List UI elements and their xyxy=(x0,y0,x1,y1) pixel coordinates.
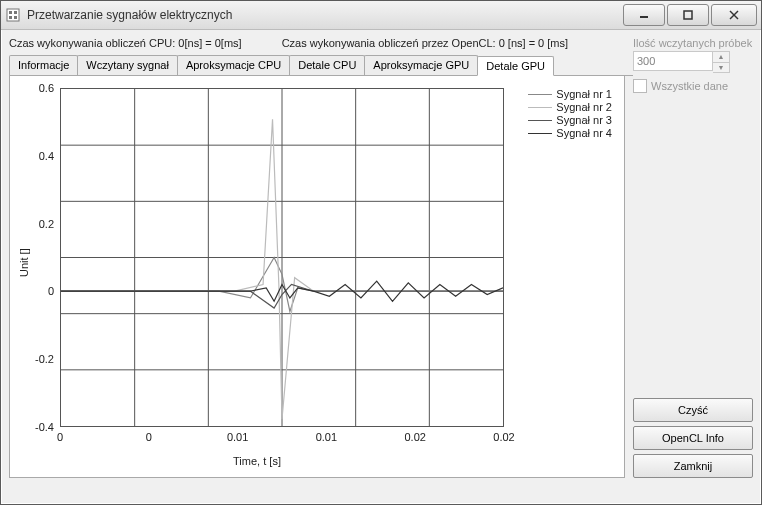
svg-rect-2 xyxy=(14,11,17,14)
maximize-button[interactable] xyxy=(667,4,709,26)
legend-item: Sygnał nr 2 xyxy=(528,101,612,113)
tab-informacje[interactable]: Informacje xyxy=(9,55,78,75)
svg-rect-0 xyxy=(7,9,19,21)
tab-strip: Informacje Wczytany sygnał Aproksymacje … xyxy=(9,55,633,76)
tab-wczytany-sygnal[interactable]: Wczytany sygnał xyxy=(77,55,178,75)
legend-item: Sygnał nr 3 xyxy=(528,114,612,126)
chart-panel: Unit [] -0.4-0.200.20.40.6 000.010.010.0… xyxy=(9,76,625,478)
legend-item: Sygnał nr 4 xyxy=(528,127,612,139)
y-tick: 0.4 xyxy=(39,150,54,162)
plot-area xyxy=(60,88,504,427)
samples-spinner[interactable]: ▲ ▼ xyxy=(713,51,730,73)
tab-aproksymacje-gpu[interactable]: Aproksymacje GPU xyxy=(364,55,478,75)
close-window-button[interactable] xyxy=(711,4,757,26)
y-tick: 0.2 xyxy=(39,218,54,230)
x-tick: 0.02 xyxy=(493,431,514,443)
clear-button[interactable]: Czyść xyxy=(633,398,753,422)
x-tick: 0.02 xyxy=(404,431,425,443)
close-button[interactable]: Zamknij xyxy=(633,454,753,478)
legend: Sygnał nr 1Sygnał nr 2Sygnał nr 3Sygnał … xyxy=(528,88,612,140)
svg-rect-1 xyxy=(9,11,12,14)
svg-rect-4 xyxy=(14,16,17,19)
y-tick: 0.6 xyxy=(39,82,54,94)
minimize-button[interactable] xyxy=(623,4,665,26)
y-tick: -0.4 xyxy=(35,421,54,433)
tab-detale-cpu[interactable]: Detale CPU xyxy=(289,55,365,75)
legend-item: Sygnał nr 1 xyxy=(528,88,612,100)
chevron-down-icon[interactable]: ▼ xyxy=(713,63,729,73)
legend-label: Sygnał nr 4 xyxy=(556,127,612,139)
legend-swatch xyxy=(528,94,552,95)
samples-label: Ilość wczytanych próbek xyxy=(633,37,753,49)
legend-swatch xyxy=(528,133,552,134)
titlebar[interactable]: Przetwarzanie sygnałów elektrycznych xyxy=(1,1,761,30)
x-tick: 0.01 xyxy=(316,431,337,443)
svg-rect-3 xyxy=(9,16,12,19)
app-window: Przetwarzanie sygnałów elektrycznych Cza… xyxy=(0,0,762,505)
legend-label: Sygnał nr 2 xyxy=(556,101,612,113)
window-title: Przetwarzanie sygnałów elektrycznych xyxy=(27,8,623,22)
app-icon xyxy=(5,7,21,23)
x-tick: 0.01 xyxy=(227,431,248,443)
chevron-up-icon[interactable]: ▲ xyxy=(713,52,729,63)
legend-label: Sygnał nr 1 xyxy=(556,88,612,100)
cpu-time-label: Czas wykonywania obliczeń CPU: 0[ns] = 0… xyxy=(9,37,242,49)
opencl-time-label: Czas wykonywania obliczeń przez OpenCL: … xyxy=(282,37,568,49)
y-tick: 0 xyxy=(48,285,54,297)
all-data-label: Wszystkie dane xyxy=(651,80,728,92)
client-area: Czas wykonywania obliczeń CPU: 0[ns] = 0… xyxy=(1,29,761,504)
tab-detale-gpu[interactable]: Detale GPU xyxy=(477,56,554,76)
all-data-checkbox[interactable] xyxy=(633,79,647,93)
samples-input[interactable] xyxy=(633,51,713,71)
opencl-info-button[interactable]: OpenCL Info xyxy=(633,426,753,450)
svg-rect-6 xyxy=(684,11,692,19)
x-tick: 0 xyxy=(57,431,63,443)
x-axis-label: Time, t [s] xyxy=(10,455,504,467)
legend-swatch xyxy=(528,120,552,121)
legend-swatch xyxy=(528,107,552,108)
legend-label: Sygnał nr 3 xyxy=(556,114,612,126)
y-tick: -0.2 xyxy=(35,353,54,365)
x-tick: 0 xyxy=(146,431,152,443)
tab-aproksymacje-cpu[interactable]: Aproksymacje CPU xyxy=(177,55,290,75)
